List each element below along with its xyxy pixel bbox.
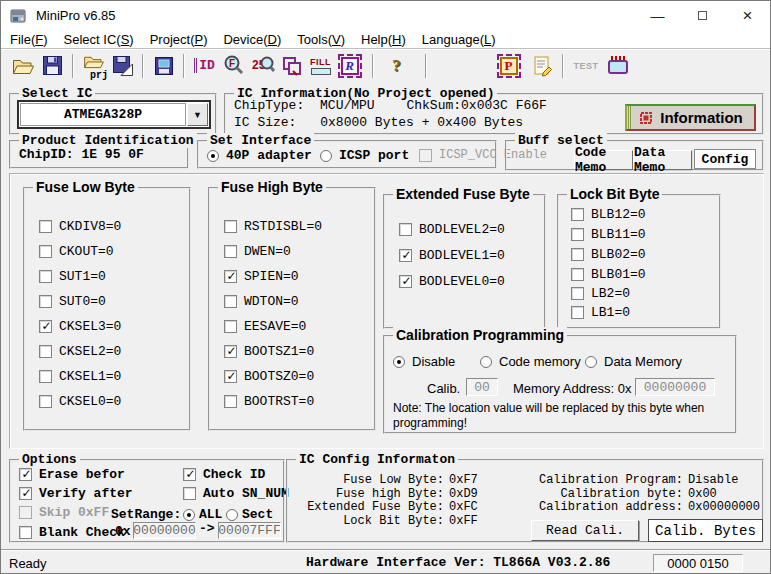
checkbox-bootsz1[interactable]: BOOTSZ1=0 <box>224 344 314 359</box>
checkbox-sut1[interactable]: SUT1=0 <box>39 269 106 284</box>
checkbox-check-id[interactable]: Check ID <box>183 467 265 482</box>
ic-combobox[interactable]: ATMEGA328P ▼ <box>17 100 211 129</box>
close-button[interactable]: × <box>725 1 770 30</box>
toolbar-ic-test-button[interactable] <box>603 52 632 80</box>
checkbox-bootsz0[interactable]: BOOTSZ0=0 <box>224 369 314 384</box>
checkbox-box[interactable] <box>39 295 52 308</box>
checkbox-blank-check[interactable]: Blank Check <box>19 525 125 540</box>
radio-icsp-port[interactable]: ICSP port <box>320 148 409 163</box>
minimize-button[interactable]: — <box>635 1 680 30</box>
toolbar-verify-button[interactable]: 25 <box>248 52 277 80</box>
toolbar-buffer-button[interactable] <box>149 52 178 80</box>
checkbox-rstdisbl[interactable]: RSTDISBL=0 <box>224 219 322 234</box>
checkbox-box[interactable] <box>224 345 237 358</box>
radio-calibration-disable[interactable]: Disable <box>393 354 455 369</box>
checkbox-blb01[interactable]: BLB01=0 <box>571 267 646 282</box>
checkbox-dwen[interactable]: DWEN=0 <box>224 244 291 259</box>
checkbox-cksel3[interactable]: CKSEL3=0 <box>39 319 121 334</box>
checkbox-ckdiv8[interactable]: CKDIV8=0 <box>39 219 121 234</box>
checkbox-box[interactable] <box>224 295 237 308</box>
checkbox-box[interactable] <box>224 395 237 408</box>
radio-button[interactable] <box>183 509 195 521</box>
checkbox-blb12[interactable]: BLB12=0 <box>571 207 646 222</box>
menu-select-ic[interactable]: Select IC(S) <box>56 32 142 47</box>
toolbar-open-button[interactable] <box>9 52 38 80</box>
checkbox-box[interactable] <box>39 270 52 283</box>
calib-value-field[interactable]: 00 <box>466 378 498 396</box>
checkbox-cksel1[interactable]: CKSEL1=0 <box>39 369 121 384</box>
checkbox-box[interactable] <box>571 248 584 261</box>
tab-data-memo[interactable]: Data Memo <box>633 150 692 170</box>
menu-project[interactable]: Project(P) <box>142 32 216 47</box>
checkbox-box[interactable] <box>39 320 52 333</box>
checkbox-box[interactable] <box>571 208 584 221</box>
checkbox-bootrst[interactable]: BOOTRST=0 <box>224 394 314 409</box>
radio-button[interactable] <box>393 356 405 368</box>
checkbox-box[interactable] <box>183 487 196 500</box>
read-cali-button[interactable]: Read Cali. <box>531 520 639 541</box>
toolbar-test-button[interactable]: TEST <box>569 52 603 80</box>
checkbox-blb02[interactable]: BLB02=0 <box>571 247 646 262</box>
checkbox-box[interactable] <box>571 268 584 281</box>
checkbox-box[interactable] <box>224 220 237 233</box>
checkbox-blb11[interactable]: BLB11=0 <box>571 227 646 242</box>
radio-button[interactable] <box>320 150 332 162</box>
menu-device[interactable]: Device(D) <box>215 32 289 47</box>
information-button[interactable]: Information <box>625 104 756 131</box>
radio-40p-adapter[interactable]: 40P adapter <box>207 148 312 163</box>
toolbar-open-project-button[interactable]: prj <box>79 52 108 80</box>
checkbox-box[interactable] <box>19 506 32 519</box>
checkbox-skip-0xff[interactable]: Skip 0xFF <box>19 505 109 520</box>
menu-language[interactable]: Language(L) <box>414 32 504 47</box>
checkbox-box[interactable] <box>39 345 52 358</box>
combobox-dropdown-button[interactable]: ▼ <box>187 103 208 126</box>
checkbox-eesave[interactable]: EESAVE=0 <box>224 319 306 334</box>
toolbar-help-button[interactable]: ? <box>382 52 411 80</box>
checkbox-box[interactable] <box>571 306 584 319</box>
toolbar-read-button[interactable]: F <box>219 52 248 80</box>
checkbox-box[interactable] <box>19 526 32 539</box>
checkbox-box[interactable] <box>571 287 584 300</box>
menu-help[interactable]: Help(H) <box>353 32 414 47</box>
range-from-field[interactable]: 00000000 <box>133 522 196 539</box>
toolbar-copy-button[interactable] <box>277 52 306 80</box>
radio-button[interactable] <box>585 356 597 368</box>
checkbox-cksel0[interactable]: CKSEL0=0 <box>39 394 121 409</box>
radio-range-all[interactable]: ALL <box>183 507 222 522</box>
checkbox-cksel2[interactable]: CKSEL2=0 <box>39 344 121 359</box>
radio-button[interactable] <box>480 356 492 368</box>
checkbox-lb1[interactable]: LB1=0 <box>571 305 630 320</box>
toolbar-program-button[interactable]: P <box>494 52 523 80</box>
checkbox-box[interactable] <box>39 395 52 408</box>
checkbox-box[interactable] <box>419 149 432 162</box>
toolbar-edit-button[interactable] <box>528 52 557 80</box>
toolbar-save-project-button[interactable] <box>108 52 137 80</box>
radio-button[interactable] <box>207 150 219 162</box>
checkbox-sut0[interactable]: SUT0=0 <box>39 294 106 309</box>
checkbox-lb2[interactable]: LB2=0 <box>571 286 630 301</box>
checkbox-spien[interactable]: SPIEN=0 <box>224 269 299 284</box>
checkbox-box[interactable] <box>39 370 52 383</box>
radio-range-sect[interactable]: Sect <box>226 507 273 522</box>
toolbar-logo-button[interactable]: R <box>335 52 364 80</box>
tab-config[interactable]: Config <box>694 149 756 169</box>
toolbar-chip-id-button[interactable]: ID <box>190 52 219 80</box>
tab-code-memo[interactable]: Code Memo <box>574 150 633 170</box>
checkbox-box[interactable] <box>39 245 52 258</box>
checkbox-ckout[interactable]: CKOUT=0 <box>39 244 114 259</box>
checkbox-bodlevel2[interactable]: BODLEVEL2=0 <box>399 222 505 237</box>
checkbox-wdton[interactable]: WDTON=0 <box>224 294 299 309</box>
range-to-field[interactable]: 00007FFF <box>218 522 281 539</box>
checkbox-auto-sn-num[interactable]: Auto SN_NUM <box>183 486 289 501</box>
checkbox-box[interactable] <box>571 228 584 241</box>
checkbox-box[interactable] <box>183 468 196 481</box>
checkbox-box[interactable] <box>19 468 32 481</box>
checkbox-box[interactable] <box>399 223 412 236</box>
memory-address-field[interactable]: 00000000 <box>635 378 715 396</box>
checkbox-box[interactable] <box>224 245 237 258</box>
checkbox-box[interactable] <box>399 275 412 288</box>
toolbar-fill-button[interactable]: FILL <box>306 52 335 80</box>
checkbox-box[interactable] <box>224 370 237 383</box>
radio-calibration-code-memory[interactable]: Code memory <box>480 354 581 369</box>
checkbox-box[interactable] <box>224 270 237 283</box>
